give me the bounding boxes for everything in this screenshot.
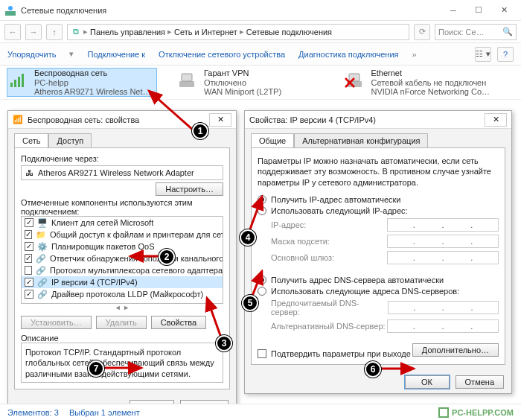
callout-2: 2 — [159, 249, 175, 265]
callout-4: 4 — [240, 229, 256, 246]
callout-5: 5 — [242, 295, 258, 311]
callout-3: 3 — [216, 335, 232, 351]
svg-line-13 — [149, 91, 194, 130]
callout-6: 6 — [365, 361, 381, 378]
callout-1: 1 — [192, 123, 208, 139]
svg-line-15 — [207, 298, 222, 340]
callout-7: 7 — [88, 360, 104, 377]
